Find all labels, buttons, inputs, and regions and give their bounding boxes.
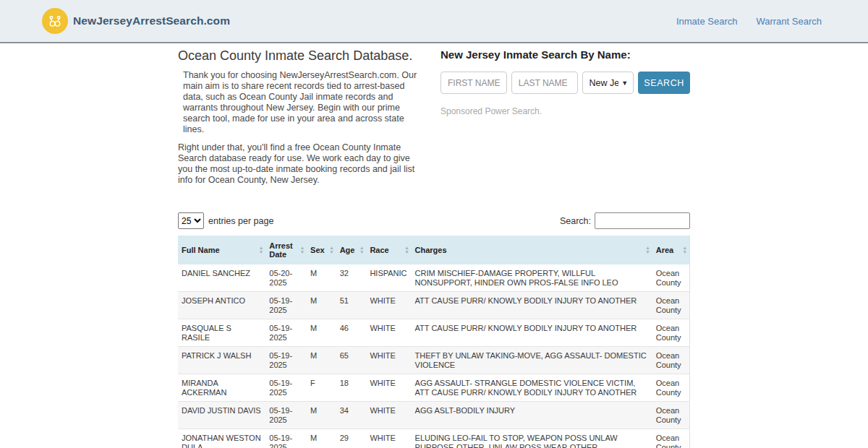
cell-age: 32 — [336, 264, 367, 292]
cell-race: WHITE — [366, 374, 411, 402]
entries-per-page-select[interactable]: 25 — [178, 212, 204, 229]
cell-charges: CRIM MISCHIEF-DAMAGE PROPERTY, WILLFUL N… — [412, 264, 652, 292]
cell-charges: ATT CAUSE PURR/ KNOWLY BODILY INJURY TO … — [412, 319, 652, 347]
cell-sex: M — [307, 402, 336, 429]
cell-sex: M — [307, 347, 336, 374]
sort-icon[interactable]: ▲▼ — [329, 246, 333, 254]
cell-age: 29 — [336, 429, 367, 448]
cell-area: Ocean County — [652, 429, 690, 448]
intro-section: Ocean County Inmate Search Database. Tha… — [178, 48, 423, 193]
cell-arrest-date: 05-19-2025 — [265, 429, 307, 448]
search-form-heading: New Jersey Inmate Search By Name: — [441, 48, 690, 61]
intro-paragraph-1: Thank you for choosing NewJerseyArrestSe… — [183, 70, 423, 135]
cell-age: 46 — [336, 319, 367, 347]
main-content: Ocean County Inmate Search Database. Tha… — [178, 43, 690, 448]
top-nav: Inmate Search Warrant Search — [676, 16, 822, 27]
sort-icon[interactable]: ▲▼ — [645, 246, 650, 254]
cell-race: WHITE — [366, 347, 411, 374]
sort-icon[interactable]: ▲▼ — [359, 246, 364, 254]
cell-charges: THEFT BY UNLAW TAKING-MOVE, AGG ASSAULT-… — [412, 347, 652, 374]
cell-arrest-date: 05-19-2025 — [265, 347, 307, 374]
cell-area: Ocean County — [652, 402, 690, 429]
cell-sex: M — [307, 264, 336, 292]
table-search-input[interactable] — [595, 212, 690, 229]
first-name-input[interactable] — [441, 72, 507, 94]
cell-full-name: DAVID JUSTIN DAVIS — [178, 402, 265, 429]
cell-sex: M — [307, 292, 336, 319]
table-controls: 25 entries per page Search: — [178, 212, 690, 229]
table-row: MIRANDA ACKERMAN05-19-2025F18WHITEAGG AS… — [178, 374, 690, 402]
sort-icon[interactable]: ▲▼ — [683, 246, 687, 254]
cell-age: 65 — [336, 347, 367, 374]
sort-icon[interactable]: ▲▼ — [404, 246, 409, 254]
table-row: DAVID JUSTIN DAVIS05-19-2025M34WHITEAGG … — [178, 402, 690, 429]
cell-sex: F — [307, 374, 336, 402]
cell-full-name: DANIEL SANCHEZ — [178, 264, 265, 292]
cell-area: Ocean County — [652, 347, 690, 374]
table-header-row: Full Name▲▼ Arrest Date▲▼ Sex▲▼ Age▲▼ Ra… — [178, 236, 690, 264]
brand-logo[interactable]: NewJerseyArrestSearch.com — [42, 8, 230, 34]
inmate-table-body: DANIEL SANCHEZ05-20-2025M32HISPANICCRIM … — [178, 264, 690, 448]
column-header-arrest-date[interactable]: Arrest Date▲▼ — [265, 236, 307, 264]
cell-arrest-date: 05-19-2025 — [265, 402, 307, 429]
table-row: PATRICK J WALSH05-19-2025M65WHITETHEFT B… — [178, 347, 690, 374]
cell-age: 18 — [336, 374, 367, 402]
cell-arrest-date: 05-19-2025 — [265, 292, 307, 319]
state-select[interactable]: New Jersey — [582, 72, 634, 94]
cell-sex: M — [307, 429, 336, 448]
cell-charges: ATT CAUSE PURR/ KNOWLY BODILY INJURY TO … — [412, 292, 652, 319]
table-row: JOSEPH ANTICO05-19-2025M51WHITEATT CAUSE… — [178, 292, 690, 319]
site-header: NewJerseyArrestSearch.com Inmate Search … — [0, 0, 868, 43]
cell-age: 51 — [336, 292, 367, 319]
table-row: DANIEL SANCHEZ05-20-2025M32HISPANICCRIM … — [178, 264, 690, 292]
column-header-area[interactable]: Area▲▼ — [652, 236, 690, 264]
handcuffs-icon — [42, 8, 68, 34]
cell-charges: AGG ASLT-BODILY INJURY — [412, 402, 652, 429]
cell-arrest-date: 05-19-2025 — [265, 374, 307, 402]
cell-area: Ocean County — [652, 264, 690, 292]
table-row: JONATHAN WESTON DULA05-19-2025M29WHITEEL… — [178, 429, 690, 448]
cell-full-name: JONATHAN WESTON DULA — [178, 429, 265, 448]
nav-warrant-search[interactable]: Warrant Search — [756, 16, 822, 27]
intro-paragraph-2: Right under that, you'll find a free Oce… — [178, 142, 423, 186]
column-header-full-name[interactable]: Full Name▲▼ — [178, 236, 265, 264]
entries-per-page-label: entries per page — [208, 216, 273, 226]
cell-area: Ocean County — [652, 374, 690, 402]
cell-charges: ELUDING LEO-FAIL TO STOP, WEAPON POSS UN… — [412, 429, 652, 448]
page-title: Ocean County Inmate Search Database. — [178, 48, 423, 64]
cell-full-name: PATRICK J WALSH — [178, 347, 265, 374]
cell-race: WHITE — [366, 402, 411, 429]
cell-full-name: MIRANDA ACKERMAN — [178, 374, 265, 402]
table-row: PASQUALE S RASILE05-19-2025M46WHITEATT C… — [178, 319, 690, 347]
nav-inmate-search[interactable]: Inmate Search — [676, 16, 738, 27]
column-header-charges[interactable]: Charges▲▼ — [412, 236, 652, 264]
cell-full-name: JOSEPH ANTICO — [178, 292, 265, 319]
search-button[interactable]: SEARCH — [638, 72, 690, 94]
name-search-section: New Jersey Inmate Search By Name: New Je… — [441, 48, 690, 193]
cell-race: WHITE — [366, 319, 411, 347]
cell-area: Ocean County — [652, 319, 690, 347]
cell-sex: M — [307, 319, 336, 347]
cell-race: WHITE — [366, 292, 411, 319]
brand-name: NewJerseyArrestSearch.com — [73, 14, 230, 27]
cell-race: HISPANIC — [366, 264, 411, 292]
cell-arrest-date: 05-20-2025 — [265, 264, 307, 292]
column-header-sex[interactable]: Sex▲▼ — [307, 236, 336, 264]
inmate-table: Full Name▲▼ Arrest Date▲▼ Sex▲▼ Age▲▼ Ra… — [178, 236, 690, 448]
sponsored-note: Sponsored Power Search. — [441, 106, 690, 116]
cell-charges: AGG ASSAULT- STRANGLE DOMESTIC VIOLENCE … — [412, 374, 652, 402]
column-header-race[interactable]: Race▲▼ — [366, 236, 411, 264]
column-header-age[interactable]: Age▲▼ — [336, 236, 367, 264]
sort-icon[interactable]: ▲▼ — [300, 246, 305, 254]
cell-area: Ocean County — [652, 292, 690, 319]
sort-icon[interactable]: ▲▼ — [259, 246, 263, 254]
cell-arrest-date: 05-19-2025 — [265, 319, 307, 347]
cell-age: 34 — [336, 402, 367, 429]
last-name-input[interactable] — [511, 72, 578, 94]
cell-race: WHITE — [366, 429, 411, 448]
table-search-label: Search: — [560, 216, 591, 226]
cell-full-name: PASQUALE S RASILE — [178, 319, 265, 347]
